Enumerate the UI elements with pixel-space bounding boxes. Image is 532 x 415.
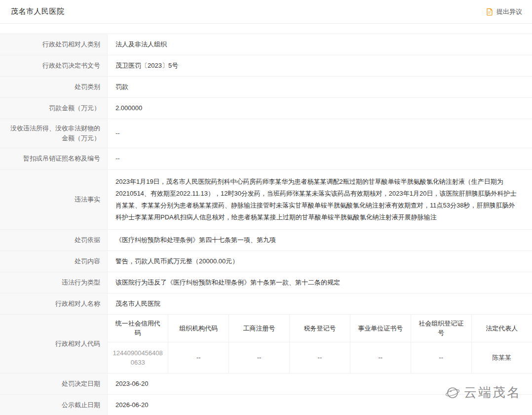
row-party-codes: 行政相对人代码 统一社会信用代码 组织机构代码 工商注册号 税务登记号 事业单位… bbox=[0, 315, 532, 374]
social-org-reg-number-value: -- bbox=[411, 342, 471, 373]
penalty-detail-table: 行政处罚相对人类别 法人及非法人组织 行政处罚决定书文号 茂卫医罚〔2023〕5… bbox=[0, 34, 532, 415]
field-label: 行政相对人名称 bbox=[0, 293, 108, 314]
row-violation-type: 违法行为类型 该医院行为违反了《医疗纠纷预防和处理条例》第十条第一款、第十二条的… bbox=[0, 272, 532, 293]
watermark-text: 云端茂名 bbox=[464, 384, 521, 401]
dispute-document-icon bbox=[486, 8, 494, 16]
col-tax-reg-number: 税务登记号 bbox=[290, 315, 350, 342]
field-label: 处罚决定日期 bbox=[0, 374, 108, 394]
field-value: 法人及非法人组织 bbox=[108, 34, 532, 55]
field-label: 暂扣或吊销证照名称及编号 bbox=[0, 148, 108, 169]
row-penalty-category: 处罚类别 罚款 bbox=[0, 77, 532, 98]
org-code-value: -- bbox=[168, 342, 229, 373]
field-value: 警告，罚款人民币贰万元整（20000.00元） bbox=[108, 251, 532, 272]
row-illegal-facts: 违法事实 2023年1月19日，茂名市人民医院药剂科中心药房药师李某华为患者杨某… bbox=[0, 170, 532, 230]
row-party-name: 行政相对人名称 茂名市人民医院 bbox=[0, 293, 532, 315]
field-label: 公示截止日期 bbox=[0, 395, 108, 415]
field-value: 茂名市人民医院 bbox=[108, 293, 532, 314]
field-value: -- bbox=[108, 148, 532, 169]
col-institution-cert-number: 事业单位证书号 bbox=[350, 315, 411, 342]
party-codes-table-wrap: 统一社会信用代码 组织机构代码 工商注册号 税务登记号 事业单位证书号 社会组织… bbox=[108, 315, 532, 374]
field-label: 行政处罚决定书文号 bbox=[0, 55, 108, 76]
table-row: 124409004564080633 -- -- -- -- -- 陈某某 bbox=[108, 342, 532, 373]
field-label: 违法行为类型 bbox=[0, 272, 108, 293]
col-legal-representative: 法定代表人 bbox=[471, 315, 532, 342]
watermark: 云端茂名 bbox=[445, 384, 521, 401]
row-penalty-basis: 处罚依据 《医疗纠纷预防和处理条例》第四十七条第一项、第九项 bbox=[0, 230, 532, 251]
header: 茂名市人民医院 提出异议 bbox=[0, 0, 532, 24]
field-label: 处罚类别 bbox=[0, 77, 108, 97]
field-label: 处罚内容 bbox=[0, 251, 108, 272]
dispute-button-label: 提出异议 bbox=[496, 7, 522, 16]
col-unified-credit-code: 统一社会信用代码 bbox=[108, 315, 168, 342]
dispute-button[interactable]: 提出异议 bbox=[486, 7, 522, 16]
field-value: -- bbox=[108, 119, 532, 148]
row-confiscation-amount: 没收违法所得、没收非法财物的金额（万元） -- bbox=[0, 119, 532, 148]
globe-icon bbox=[445, 385, 460, 400]
row-fine-amount: 罚款金额（万元） 2.000000 bbox=[0, 98, 532, 119]
field-value: 罚款 bbox=[108, 77, 532, 97]
col-social-org-reg-number: 社会组织登记证号 bbox=[411, 315, 471, 342]
field-label: 行政处罚相对人类别 bbox=[0, 34, 108, 55]
field-value: 该医院行为违反了《医疗纠纷预防和处理条例》第十条第一款、第十二条的规定 bbox=[108, 272, 532, 293]
field-label: 处罚依据 bbox=[0, 230, 108, 250]
field-label: 罚款金额（万元） bbox=[0, 98, 108, 119]
col-business-reg-number: 工商注册号 bbox=[229, 315, 290, 342]
field-label: 没收违法所得、没收非法财物的金额（万元） bbox=[0, 119, 108, 148]
unified-credit-code-value: 124409004564080633 bbox=[108, 342, 168, 373]
field-value: 《医疗纠纷预防和处理条例》第四十七条第一项、第九项 bbox=[108, 230, 532, 250]
field-value: 茂卫医罚〔2023〕5号 bbox=[108, 55, 532, 76]
row-party-category: 行政处罚相对人类别 法人及非法人组织 bbox=[0, 34, 532, 55]
legal-representative-value: 陈某某 bbox=[471, 342, 532, 373]
row-decision-number: 行政处罚决定书文号 茂卫医罚〔2023〕5号 bbox=[0, 55, 532, 77]
tax-reg-number-value: -- bbox=[290, 342, 350, 373]
party-codes-table: 统一社会信用代码 组织机构代码 工商注册号 税务登记号 事业单位证书号 社会组织… bbox=[108, 315, 532, 374]
business-reg-number-value: -- bbox=[229, 342, 290, 373]
field-label: 违法事实 bbox=[0, 170, 108, 229]
institution-cert-number-value: -- bbox=[350, 342, 411, 373]
col-org-code: 组织机构代码 bbox=[168, 315, 229, 342]
row-license-revocation: 暂扣或吊销证照名称及编号 -- bbox=[0, 148, 532, 169]
field-value: 2.000000 bbox=[108, 98, 532, 119]
field-label: 行政相对人代码 bbox=[0, 315, 108, 374]
field-value: 2023年1月19日，茂名市人民医院药剂科中心药房药师李某华为患者杨某某调配2瓶… bbox=[108, 170, 532, 229]
row-penalty-content: 处罚内容 警告，罚款人民币贰万元整（20000.00元） bbox=[0, 251, 532, 272]
page-title: 茂名市人民医院 bbox=[11, 7, 65, 16]
